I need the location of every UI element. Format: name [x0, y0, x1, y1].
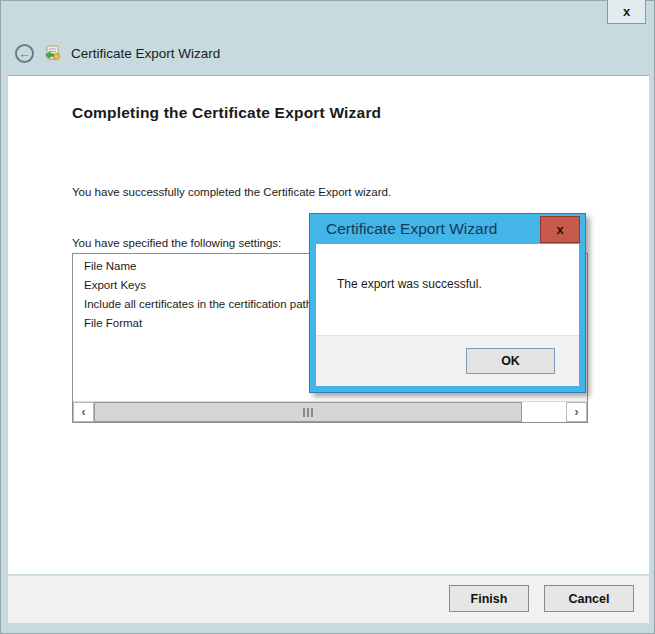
page-heading: Completing the Certificate Export Wizard — [72, 104, 381, 122]
scroll-left-icon: ‹ — [82, 406, 86, 418]
cancel-button[interactable]: Cancel — [544, 585, 634, 612]
close-icon: x — [623, 5, 630, 18]
certificate-export-icon — [45, 45, 62, 62]
export-success-dialog: Certificate Export Wizard x The export w… — [309, 213, 586, 393]
close-icon: x — [556, 223, 563, 236]
wizard-header: ← Certificate Export Wizard — [1, 37, 654, 69]
back-button[interactable]: ← — [15, 44, 34, 63]
dialog-title: Certificate Export Wizard — [326, 220, 497, 238]
horizontal-scrollbar[interactable]: ‹ › — [73, 401, 587, 422]
scroll-right-button[interactable]: › — [566, 402, 587, 422]
dialog-titlebar[interactable]: Certificate Export Wizard x — [310, 214, 585, 244]
wizard-button-bar: Finish Cancel — [8, 575, 649, 623]
dialog-close-button[interactable]: x — [540, 216, 580, 243]
dialog-footer: OK — [316, 335, 579, 386]
grip-icon — [303, 408, 305, 417]
scrollbar-thumb[interactable] — [94, 402, 522, 422]
scroll-right-icon: › — [575, 406, 579, 418]
window-title: Certificate Export Wizard — [71, 46, 220, 61]
finish-button[interactable]: Finish — [449, 585, 529, 612]
certificate-export-wizard-window: x ← Certificate Export Wizard Completing… — [0, 0, 655, 634]
dialog-message: The export was successful. — [337, 277, 482, 291]
back-arrow-icon: ← — [18, 47, 31, 60]
dialog-message-area: The export was successful. — [316, 244, 579, 335]
scrollbar-track[interactable] — [522, 402, 566, 422]
grip-icon — [311, 408, 313, 417]
grip-icon — [307, 408, 309, 417]
settings-intro-text: You have specified the following setting… — [72, 237, 281, 249]
scroll-left-button[interactable]: ‹ — [73, 402, 94, 422]
completion-text: You have successfully completed the Cert… — [72, 186, 391, 198]
ok-button[interactable]: OK — [466, 348, 555, 374]
window-close-button[interactable]: x — [607, 0, 646, 24]
dialog-body: The export was successful. OK — [316, 244, 579, 386]
